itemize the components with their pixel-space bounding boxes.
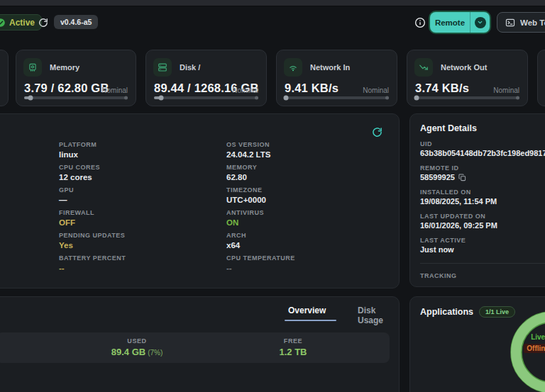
metric-value: 9.41 KB/s [285,82,338,95]
agent-details-title: Agent Details [420,123,545,133]
info-antivirus: ANTIVIRUSON [226,209,264,227]
info-memory: MEMORY62.80 [226,164,257,181]
disk-usage-bar [154,96,258,99]
metric-card-partial-right [537,50,545,106]
refresh-icon [38,18,48,28]
storage-panel: Overview Disk Usage USED 89.4 GB(7%) FRE… [0,296,400,392]
info-firewall: FIREWALLOFF [59,209,94,227]
refresh-status-button[interactable] [37,16,50,29]
check-circle-icon [0,18,6,28]
metric-status: Nominal [493,86,519,94]
metric-card-network-out[interactable]: Network Out 3.74 KB/s Nominal [407,50,528,106]
tab-overview[interactable]: Overview [288,306,326,315]
terminal-icon [505,18,515,28]
donut-live-label: Live: 1 [514,333,545,341]
info-icon [414,17,426,28]
agent-details-panel: Agent Details UID 63b38b054148db72b3fc19… [409,113,545,287]
web-terminal-button[interactable]: Web Te [497,12,545,33]
network-in-bar [285,96,389,99]
metric-value: 3.74 KB/s [415,82,469,95]
info-cpu-cores: CPU CORES12 cores [59,164,100,181]
remote-button-label[interactable]: Remote [430,12,470,33]
refresh-icon [372,127,383,138]
info-pending-updates: PENDING UPDATESYes [59,232,125,250]
tracking-label: TRACKING [420,272,545,279]
agent-remote-id: REMOTE ID 58599925 [420,164,545,181]
info-timezone: TIMEZONEUTC+0000 [226,186,266,204]
donut-tooltip: Live: 1 Offline: 0 [514,333,545,354]
metric-status: Nominal [232,86,258,94]
info-button[interactable] [414,16,426,28]
metric-card-disk[interactable]: Disk / 89.44 / 1268.16 GB Nominal [145,50,267,106]
metric-card-network-in[interactable]: Network In 9.41 KB/s Nominal [276,50,397,106]
info-arch: ARCHx64 [226,232,246,250]
disk-icon [153,58,172,77]
applications-panel: Applications 1/1 Live Live: 1 Offline: 0 [409,296,545,392]
storage-free-stat: FREE 1.2 TB [236,337,350,357]
donut-offline-label: Offline: 0 [524,344,545,353]
refresh-system-info-button[interactable] [372,127,383,138]
metric-name: Network Out [441,63,487,72]
metric-name: Disk / [180,63,200,72]
info-cpu-temperature: CPU TEMPERATURE-- [226,254,295,272]
storage-stats-strip: USED 89.4 GB(7%) FREE 1.2 TB [0,332,390,363]
agent-installed-on: INSTALLED ON 19/08/2025, 11:54 PM [420,189,545,206]
status-badge: Active [0,14,42,30]
metric-value: 3.79 / 62.80 GB [24,82,109,95]
agent-last-updated-on: LAST UPDATED ON 16/01/2026, 09:25 PM [420,213,545,230]
agent-uid: UID 63b38b054148db72b3fc198ed9817811 [420,140,545,157]
agent-last-active: LAST ACTIVE Just now [420,237,545,254]
storage-used-stat: USED 89.4 GB(7%) [80,337,194,357]
copy-icon[interactable] [458,174,466,181]
network-out-bar [415,96,519,99]
metric-card-partial-left [0,50,9,106]
info-battery-percent: BATTERY PERCENT-- [59,254,126,272]
applications-title: Applications [420,307,473,317]
remote-dropdown-toggle[interactable] [470,12,490,33]
info-platform: PLATFORMlinux [59,141,97,159]
metric-status: Nominal [101,86,128,94]
chevron-down-icon [477,19,483,26]
network-in-icon [284,58,302,77]
tab-overview-underline [285,320,336,321]
window-top-strip [0,0,545,6]
metric-name: Network In [310,63,350,72]
remote-button[interactable]: Remote [430,12,490,33]
metric-status: Nominal [363,86,389,94]
agent-details-divider [420,263,545,264]
metric-card-memory[interactable]: Memory 3.79 / 62.80 GB Nominal [16,50,136,106]
version-badge: v0.4.6-a5 [54,15,98,29]
system-info-panel: PLATFORMlinux CPU CORES12 cores GPU— FIR… [0,113,400,289]
metric-name: Memory [50,63,79,72]
web-terminal-button-label: Web Te [520,18,545,27]
network-out-icon [414,58,433,77]
memory-usage-bar [24,96,128,99]
info-gpu: GPU— [59,186,74,204]
memory-icon [23,58,42,77]
status-badge-label: Active [9,18,35,28]
info-os-version: OS VERSION24.04.2 LTS [226,141,270,159]
dashboard-root: Active v0.4.6-a5 Remote Web Te [0,0,545,392]
tab-disk-usage[interactable]: Disk Usage [358,306,399,325]
